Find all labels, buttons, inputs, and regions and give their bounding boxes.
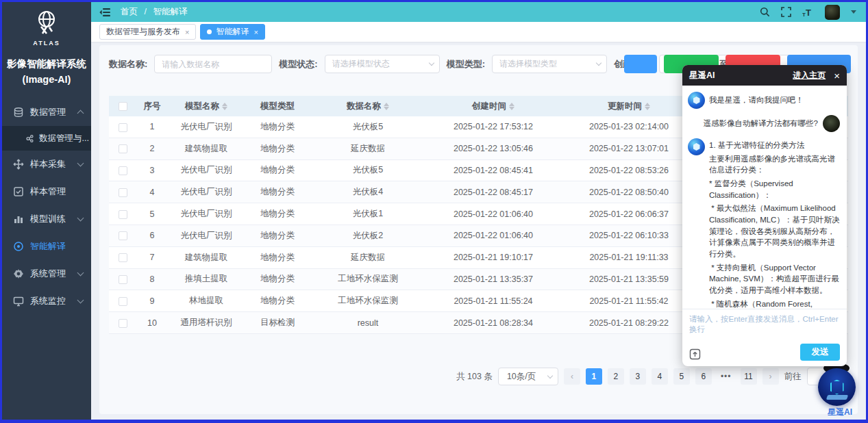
sidebar-item-model-training[interactable]: 模型训练 bbox=[2, 205, 91, 233]
tab-close-icon[interactable]: × bbox=[253, 28, 258, 36]
row-checkbox[interactable] bbox=[119, 210, 127, 219]
tab-intelligent-interpretation[interactable]: 智能解译 × bbox=[200, 24, 264, 40]
tab-data-management-publish[interactable]: 数据管理与服务发布 × bbox=[99, 24, 196, 40]
data-name-label: 数据名称: bbox=[109, 58, 147, 70]
close-icon[interactable]: × bbox=[834, 70, 840, 81]
more-pages-icon[interactable]: ••• bbox=[717, 368, 735, 385]
message-text: 我是星遥，请向我提问吧！ bbox=[709, 92, 804, 109]
table-cell: 10 bbox=[136, 318, 168, 328]
row-checkbox[interactable] bbox=[119, 166, 127, 175]
chevron-down-icon bbox=[547, 372, 553, 378]
interpret-icon bbox=[13, 241, 24, 252]
bot-message: 我是星遥，请向我提问吧！ bbox=[688, 92, 840, 109]
bot-avatar bbox=[688, 138, 705, 155]
sidebar-item-sample-management[interactable]: 样本管理 bbox=[2, 178, 91, 205]
model-type-select[interactable]: 请选择模型类型 bbox=[492, 55, 607, 73]
row-checkbox[interactable] bbox=[119, 144, 127, 153]
page-button-11[interactable]: 11 bbox=[741, 368, 757, 385]
next-page-button[interactable]: › bbox=[762, 368, 779, 385]
table-cell: 2 bbox=[136, 144, 168, 153]
table-cell: 2025-01-22 08:45:41 bbox=[425, 166, 561, 175]
page-button-1[interactable]: 1 bbox=[586, 368, 602, 385]
column-header[interactable]: 数据名称 bbox=[310, 101, 425, 112]
chevron-up-icon bbox=[77, 110, 84, 117]
sort-icon[interactable] bbox=[645, 103, 650, 110]
sidebar-item-sample-collection[interactable]: 样本采集 bbox=[2, 151, 91, 178]
send-button[interactable]: 发送 bbox=[800, 344, 840, 361]
column-header[interactable]: 创建时间 bbox=[425, 101, 561, 112]
sort-icon[interactable] bbox=[384, 103, 389, 110]
table-cell: 地物分类 bbox=[245, 295, 310, 307]
table-cell: 地物分类 bbox=[245, 121, 310, 133]
sort-icon[interactable] bbox=[222, 103, 227, 110]
model-status-select[interactable]: 请选择模型状态 bbox=[325, 55, 440, 73]
tab-label: 数据管理与服务发布 bbox=[106, 26, 180, 38]
page-button-2[interactable]: 2 bbox=[608, 368, 624, 385]
tab-close-icon[interactable]: × bbox=[185, 28, 189, 36]
table-cell: 2025-01-22 17:53:12 bbox=[425, 122, 561, 131]
chat-home-link[interactable]: 进入主页 bbox=[793, 70, 826, 81]
prev-page-button[interactable]: ‹ bbox=[564, 368, 580, 385]
gear-icon bbox=[13, 268, 24, 279]
select-placeholder: 请选择模型状态 bbox=[332, 58, 390, 70]
row-checkbox[interactable] bbox=[119, 297, 127, 306]
row-checkbox[interactable] bbox=[119, 253, 127, 262]
table-cell: 2025-01-21 19:10:17 bbox=[425, 253, 561, 262]
cube-icon bbox=[830, 380, 844, 395]
sidebar-item-label: 智能解译 bbox=[30, 240, 66, 253]
ai-assistant-label[interactable]: 星遥AI bbox=[828, 407, 852, 418]
table-cell: 4 bbox=[136, 188, 168, 197]
breadcrumb-home[interactable]: 首页 bbox=[121, 7, 138, 16]
sidebar-collapse-icon[interactable] bbox=[99, 8, 111, 17]
chat-input-area: 发送 bbox=[682, 309, 847, 366]
column-header[interactable]: 更新时间 bbox=[561, 101, 697, 112]
chat-input[interactable] bbox=[682, 309, 847, 339]
sidebar-item-system-management[interactable]: 系统管理 bbox=[2, 260, 91, 287]
model-status-label: 模型状态: bbox=[279, 58, 317, 70]
row-checkbox[interactable] bbox=[119, 231, 127, 240]
font-size-icon[interactable]: T T bbox=[802, 8, 814, 17]
row-checkbox[interactable] bbox=[119, 123, 127, 132]
chat-messages: 我是星遥，请向我提问吧！遥感影像自动解译方法都有哪些?1. 基于光谱特征的分类方… bbox=[682, 86, 847, 309]
ai-assistant-button[interactable] bbox=[818, 368, 856, 406]
search-icon[interactable] bbox=[760, 7, 770, 17]
select-all-checkbox[interactable] bbox=[119, 102, 127, 111]
data-name-input[interactable] bbox=[154, 55, 272, 73]
column-header[interactable]: 模型名称 bbox=[168, 101, 245, 112]
page-button-3[interactable]: 3 bbox=[630, 368, 646, 385]
chevron-down-icon bbox=[596, 60, 602, 66]
row-checkbox[interactable] bbox=[119, 188, 127, 197]
sidebar-item-label: 模型训练 bbox=[30, 213, 66, 225]
table-cell: 2025-01-22 13:07:01 bbox=[561, 144, 697, 153]
caret-down-icon[interactable] bbox=[851, 10, 856, 14]
table-cell: 地物分类 bbox=[245, 164, 310, 176]
user-avatar[interactable] bbox=[825, 5, 840, 20]
table-cell: 1 bbox=[136, 122, 168, 131]
table-cell: 地物分类 bbox=[245, 273, 310, 285]
sidebar-item-system-monitor[interactable]: 系统监控 bbox=[2, 287, 91, 315]
page-button-5[interactable]: 5 bbox=[673, 368, 690, 385]
table-cell: 2025-01-22 01:06:40 bbox=[425, 209, 561, 219]
sidebar-item-intelligent-interpretation[interactable]: 智能解译 bbox=[2, 233, 91, 260]
row-checkbox[interactable] bbox=[119, 275, 127, 284]
action-button-1[interactable] bbox=[624, 55, 657, 73]
table-cell: 8 bbox=[136, 274, 168, 284]
page-button-4[interactable]: 4 bbox=[652, 368, 668, 385]
row-checkbox[interactable] bbox=[119, 319, 127, 328]
user-message: 遥感影像自动解译方法都有哪些? bbox=[688, 115, 840, 132]
sidebar-item-label: 样本采集 bbox=[30, 158, 66, 170]
tab-label: 智能解译 bbox=[216, 26, 249, 38]
upload-icon[interactable] bbox=[689, 348, 701, 360]
table-cell: 2025-01-21 11:55:24 bbox=[425, 296, 561, 306]
sidebar-item-data-management[interactable]: 数据管理 bbox=[2, 99, 91, 126]
sidebar-item-data-management-publish[interactable]: 数据管理与... bbox=[2, 126, 91, 151]
sort-icon[interactable] bbox=[509, 103, 514, 110]
table-cell: 延庆数据 bbox=[310, 143, 425, 155]
chevron-down-icon bbox=[77, 215, 84, 222]
page-size-select[interactable]: 10条/页 bbox=[498, 368, 558, 385]
pagination-total: 共 103 条 bbox=[456, 371, 493, 383]
table-cell: 光伏板1 bbox=[310, 208, 425, 220]
page-button-6[interactable]: 6 bbox=[695, 368, 712, 385]
fullscreen-icon[interactable] bbox=[781, 7, 791, 17]
table-cell: 7 bbox=[136, 253, 168, 262]
